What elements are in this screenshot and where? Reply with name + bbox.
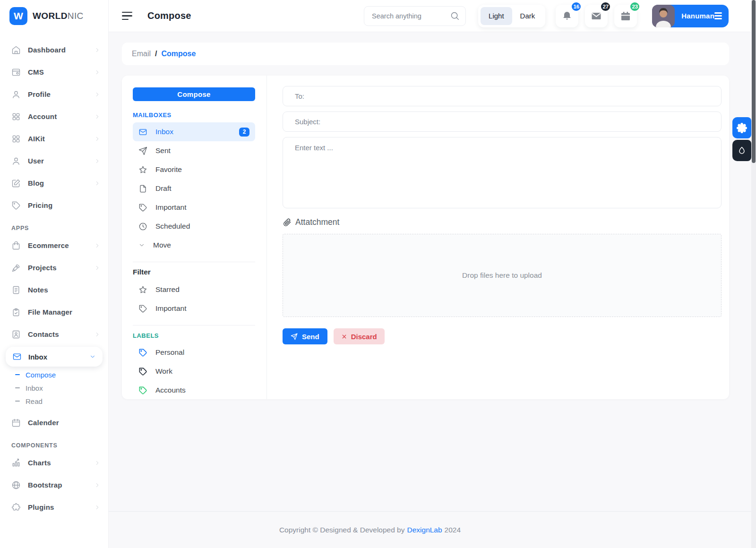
chevron-right-icon — [94, 136, 101, 142]
shopping-bag-icon — [11, 241, 21, 250]
message-body-field[interactable] — [283, 137, 722, 208]
subject-field[interactable] — [283, 111, 722, 132]
sidebar-item-contacts[interactable]: Contacts — [0, 323, 108, 345]
label-work[interactable]: Work — [133, 362, 255, 381]
label-personal[interactable]: Personal — [133, 343, 255, 362]
tag-icon — [138, 367, 147, 376]
chevron-right-icon — [94, 265, 101, 271]
dash-icon — [15, 374, 20, 375]
filter-starred[interactable]: Starred — [133, 280, 255, 299]
footer: Copyright © Designed & Developed by Dexi… — [109, 511, 756, 548]
calendar-icon — [620, 10, 631, 22]
mailbox-scheduled[interactable]: Scheduled — [133, 217, 255, 236]
globe-icon — [11, 480, 21, 490]
grid-icon — [11, 112, 21, 121]
mailboxes-heading: MAILBOXES — [133, 111, 255, 119]
tag-icon — [138, 304, 147, 313]
chevron-right-icon — [94, 91, 101, 98]
search-box — [364, 6, 466, 26]
sidebar-item-plugins[interactable]: Plugins — [0, 496, 108, 518]
puzzle-icon — [11, 503, 21, 512]
sidebar-item-blog[interactable]: Blog — [0, 172, 108, 194]
brand-name: WORLDNIC — [33, 11, 84, 21]
mailbox-favorite[interactable]: Favorite — [133, 160, 255, 179]
search-icon[interactable] — [450, 11, 460, 21]
chevron-right-icon — [94, 242, 101, 249]
envelope-icon — [591, 10, 602, 22]
chevron-right-icon — [94, 180, 101, 187]
mailbox-important[interactable]: Important — [133, 198, 255, 217]
label-accounts[interactable]: Accounts — [133, 381, 255, 399]
top-header: Compose Light Dark 16 27 23 — [109, 0, 756, 32]
sidebar-item-projects[interactable]: Projects — [0, 257, 108, 279]
sidebar-item-account[interactable]: Account — [0, 105, 108, 128]
mailbox-list: Inbox 2 Sent Favorite Draft — [133, 122, 255, 255]
tag-icon — [138, 203, 147, 212]
messages-button[interactable]: 27 — [585, 5, 608, 27]
sidebar-item-inbox[interactable]: Inbox — [6, 347, 103, 367]
chevron-right-icon — [94, 331, 101, 338]
chevron-right-icon — [94, 504, 101, 511]
brand-logo[interactable]: W WORLDNIC — [0, 0, 108, 32]
paperclip-icon — [283, 218, 292, 227]
sidebar-subitem-read[interactable]: Read — [0, 394, 108, 408]
sidebar-item-user[interactable]: User — [0, 150, 108, 172]
theme-toggle: Light Dark — [478, 5, 545, 27]
gear-icon — [737, 123, 747, 133]
events-button[interactable]: 23 — [614, 5, 637, 27]
clock-icon — [138, 222, 147, 231]
sidebar-item-aikit[interactable]: AIKit — [0, 128, 108, 150]
chevron-right-icon — [94, 158, 101, 164]
sidebar-item-notes[interactable]: Notes — [0, 279, 108, 301]
brand-logo-icon: W — [9, 7, 27, 25]
sidebar-item-charts[interactable]: Charts — [0, 452, 108, 474]
theme-color-fab-button[interactable] — [732, 140, 751, 161]
mailbox-move[interactable]: Move — [133, 236, 255, 255]
chevron-right-icon — [94, 47, 101, 53]
dash-icon — [15, 401, 20, 402]
messages-badge: 27 — [600, 1, 611, 12]
mailbox-inbox[interactable]: Inbox 2 — [133, 122, 255, 141]
cms-icon — [11, 68, 21, 77]
droplet-icon — [737, 146, 747, 155]
divider — [133, 325, 255, 325]
scrollbar-thumb[interactable] — [752, 0, 756, 163]
sidebar-item-bootstrap[interactable]: Bootstrap — [0, 474, 108, 496]
send-icon — [291, 333, 298, 340]
theme-dark-button[interactable]: Dark — [512, 7, 543, 25]
dash-icon — [15, 387, 20, 388]
discard-button[interactable]: Discard — [334, 328, 385, 344]
sidebar-item-cms[interactable]: CMS — [0, 61, 108, 83]
app-sidebar: W WORLDNIC Dashboard CMS Profile Account… — [0, 0, 109, 548]
menu-toggle-icon[interactable] — [122, 12, 133, 20]
settings-fab-button[interactable] — [732, 117, 751, 138]
sidebar-item-ecommerce[interactable]: Ecommerce — [0, 234, 108, 257]
sidebar-subitem-compose[interactable]: Compose — [0, 368, 108, 381]
file-dropzone[interactable]: Drop files here to upload — [283, 234, 722, 317]
envelope-icon — [12, 352, 22, 361]
sidebar-subitem-inbox[interactable]: Inbox — [0, 381, 108, 394]
blog-icon — [11, 179, 21, 188]
sidebar-item-file-manager[interactable]: File Manager — [0, 301, 108, 323]
mailbox-draft[interactable]: Draft — [133, 179, 255, 198]
dexignlab-link[interactable]: DexignLab — [407, 526, 442, 534]
theme-light-button[interactable]: Light — [481, 7, 512, 25]
sidebar-item-dashboard[interactable]: Dashboard — [0, 39, 108, 61]
grid-icon — [11, 134, 21, 144]
to-field[interactable] — [283, 86, 722, 106]
notifications-button[interactable]: 16 — [556, 5, 578, 27]
user-profile-button[interactable]: Hanuman — [652, 5, 729, 27]
sidebar-item-calender[interactable]: Calender — [0, 411, 108, 434]
sidebar-item-profile[interactable]: Profile — [0, 83, 108, 105]
breadcrumb-email[interactable]: Email — [132, 50, 151, 58]
sidebar-item-pricing[interactable]: Pricing — [0, 194, 108, 216]
compose-button[interactable]: Compose — [133, 87, 255, 101]
filter-important[interactable]: Important — [133, 299, 255, 318]
mailbox-sent[interactable]: Sent — [133, 141, 255, 160]
x-icon — [341, 334, 347, 340]
send-button[interactable]: Send — [283, 328, 327, 344]
compose-card: Compose MAILBOXES Inbox 2 Sent Favorite — [122, 76, 729, 399]
sidebar-section-components: COMPONENTS — [0, 434, 108, 452]
profile-icon — [11, 90, 21, 99]
events-badge: 23 — [629, 1, 640, 12]
